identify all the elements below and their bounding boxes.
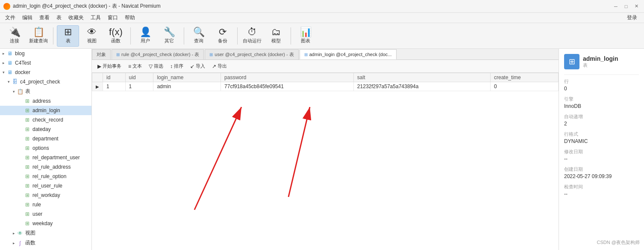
menu-item-编辑[interactable]: 编辑: [19, 13, 36, 22]
col-create-time[interactable]: create_time: [490, 73, 558, 82]
tab-icon-user-table: ⊞: [209, 52, 213, 57]
rp-field-rows: 行 0: [564, 78, 639, 92]
tab-object[interactable]: 对象: [92, 49, 111, 60]
sidebar-label-rel_user_rule: rel_user_rule: [32, 183, 89, 189]
table-row[interactable]: ▶ 1 1 admin 77cf918a45cb845fe09541 21232…: [92, 82, 559, 91]
right-panel-header: ⊞ admin_login 表: [564, 54, 639, 69]
menu-item-查看[interactable]: 查看: [36, 13, 53, 22]
tbl-btn-import[interactable]: ↙导入: [187, 62, 208, 71]
table-icon-address: ⊞: [24, 98, 31, 104]
close-button[interactable]: ✕: [632, 3, 641, 10]
table-icon-department: ⊞: [24, 135, 31, 142]
rp-label-modify-date: 修改日期: [564, 149, 639, 155]
tab-user-table[interactable]: ⊞user @c4_project_check (docker) - 表: [205, 49, 298, 60]
sidebar-item-tables-folder[interactable]: ▾📋表: [0, 86, 91, 96]
toolbar-btn-model[interactable]: 🗂模型: [265, 25, 287, 47]
rp-field-engine: 引擎 InnoDB: [564, 96, 639, 109]
sidebar-item-rel_rule_option[interactable]: ⊞rel_rule_option: [0, 172, 91, 181]
window-controls[interactable]: ─ □ ✕: [612, 3, 641, 10]
restore-button[interactable]: □: [622, 3, 630, 10]
sidebar-item-rule[interactable]: ⊞rule: [0, 200, 91, 209]
table-icon-rule: ⊞: [24, 201, 31, 208]
rp-field-auto-increment: 自动递增 2: [564, 113, 639, 127]
sidebar-item-options[interactable]: ⊞options: [0, 143, 91, 153]
table-header: id uid login_name password salt create_t…: [92, 73, 559, 82]
toolbar-btn-other[interactable]: 🔧其它: [158, 25, 180, 47]
col-password[interactable]: password: [221, 73, 354, 82]
sidebar-item-views-folder[interactable]: ▸👁视图: [0, 228, 91, 238]
col-uid[interactable]: uid: [125, 73, 153, 82]
toolbar-btn-user[interactable]: 👤用户: [134, 25, 156, 47]
sidebar-label-c4test: C4Test: [15, 60, 89, 66]
sidebar-label-c4_project_check: c4_project_check: [20, 79, 89, 85]
toolbar-btn-view[interactable]: 👁视图: [81, 25, 103, 47]
toolbar-btn-chart[interactable]: 📊图表: [294, 25, 317, 47]
toolbar-btn-new-query[interactable]: 📋新建查询: [27, 25, 50, 47]
menu-item-表[interactable]: 表: [53, 13, 65, 22]
sidebar-label-rel_rule_address: rel_rule_address: [32, 164, 89, 170]
sidebar-item-rel_department_user[interactable]: ⊞rel_department_user: [0, 153, 91, 162]
server-icon-c4test: 🖥: [6, 60, 13, 66]
rp-value-check-time: --: [564, 191, 639, 197]
sidebar-item-docker[interactable]: ▾🖥docker: [0, 68, 91, 77]
sidebar-item-rel_rule_address[interactable]: ⊞rel_rule_address: [0, 162, 91, 172]
tree-arrow-docker: ▾: [3, 70, 5, 74]
login-button[interactable]: 登录: [622, 12, 642, 23]
sidebar-item-check_record[interactable]: ⊞check_record: [0, 115, 91, 125]
toolbar-btn-query[interactable]: 🔍查询: [188, 25, 210, 47]
sidebar-item-rel_user_rule[interactable]: ⊞rel_user_rule: [0, 181, 91, 190]
toolbar-btn-label-other: 其它: [165, 38, 174, 44]
sidebar-item-funcs-folder[interactable]: ▸∫函数: [0, 238, 91, 248]
query-icon: 🔍: [193, 27, 205, 37]
menu-item-文件[interactable]: 文件: [2, 13, 19, 22]
toolbar-btn-function[interactable]: f(x)函数: [105, 25, 127, 47]
sidebar-item-dateday[interactable]: ⊞dateday: [0, 125, 91, 134]
data-table-container[interactable]: id uid login_name password salt create_t…: [92, 73, 559, 250]
sidebar-item-c4_project_check[interactable]: ▾🗄c4_project_check: [0, 77, 91, 86]
toolbar-btn-table[interactable]: ⊞表: [57, 25, 79, 47]
table-icon-rel_rule_address: ⊞: [24, 164, 31, 170]
tbl-btn-sort[interactable]: ↕排序: [167, 62, 186, 71]
func-icon-funcs-folder: ∫: [17, 240, 24, 247]
toolbar-btn-backup[interactable]: ⟳备份: [212, 25, 234, 47]
rp-field-row-format: 行格式 DYNAMIC: [564, 131, 639, 144]
col-id[interactable]: id: [103, 73, 126, 82]
right-panel-title-group: admin_login 表: [583, 55, 618, 68]
menu-item-窗口[interactable]: 窗口: [104, 13, 121, 22]
tbl-btn-text[interactable]: ≡文本: [125, 62, 145, 71]
sidebar-item-weekday[interactable]: ⊞weekday: [0, 219, 91, 228]
table-icon-rel_workday: ⊞: [24, 192, 31, 199]
toolbar-btn-label-function: 函数: [111, 38, 121, 44]
data-table: id uid login_name password salt create_t…: [92, 73, 559, 91]
sidebar-item-department[interactable]: ⊞department: [0, 134, 91, 143]
tbl-btn-begin-tx[interactable]: ▶开始事务: [94, 62, 124, 71]
cell-uid: 1: [125, 82, 153, 91]
menu-item-帮助[interactable]: 帮助: [121, 13, 138, 22]
sidebar-item-blog[interactable]: ▸🖥blog: [0, 49, 91, 58]
new-query-icon: 📋: [33, 27, 44, 37]
tab-rule-table[interactable]: ⊞rule @c4_project_check (docker) - 表: [112, 49, 204, 60]
sidebar-item-address[interactable]: ⊞address: [0, 96, 91, 106]
tbl-btn-filter[interactable]: ▽筛选: [146, 62, 166, 71]
tbl-btn-export[interactable]: ↗导出: [209, 62, 230, 71]
right-panel-title: admin_login: [583, 55, 618, 62]
rp-field-check-time: 检查时间 --: [564, 184, 639, 197]
tab-admin-login-table[interactable]: ⊞admin_login @c4_project_check (doc...: [300, 49, 397, 60]
toolbar-btn-auto-run[interactable]: ⏱自动运行: [241, 25, 263, 47]
folder-table-icon-tables-folder: 📋: [17, 88, 24, 95]
col-salt[interactable]: salt: [353, 73, 490, 82]
sidebar-item-admin_login[interactable]: ⊞admin_login: [0, 106, 91, 115]
menu-item-工具[interactable]: 工具: [87, 13, 104, 22]
sidebar-item-user[interactable]: ⊞user: [0, 209, 91, 219]
sidebar-item-rel_workday[interactable]: ⊞rel_workday: [0, 190, 91, 200]
menu-item-收藏夹[interactable]: 收藏夹: [65, 13, 87, 22]
rp-value-rows: 0: [564, 86, 639, 92]
sidebar-item-c4test[interactable]: ▸🖥C4Test: [0, 58, 91, 68]
toolbar-btn-label-auto-run: 自动运行: [243, 38, 262, 44]
minimize-button[interactable]: ─: [612, 3, 620, 10]
col-login-name[interactable]: login_name: [153, 73, 221, 82]
sidebar-item-queries-folder[interactable]: ▸🔍查询: [0, 248, 91, 250]
toolbar-btn-connect[interactable]: 🔌连接: [3, 25, 26, 47]
toolbar-btn-label-connect: 连接: [10, 38, 19, 44]
content-area: 对象⊞rule @c4_project_check (docker) - 表⊞u…: [92, 49, 559, 250]
